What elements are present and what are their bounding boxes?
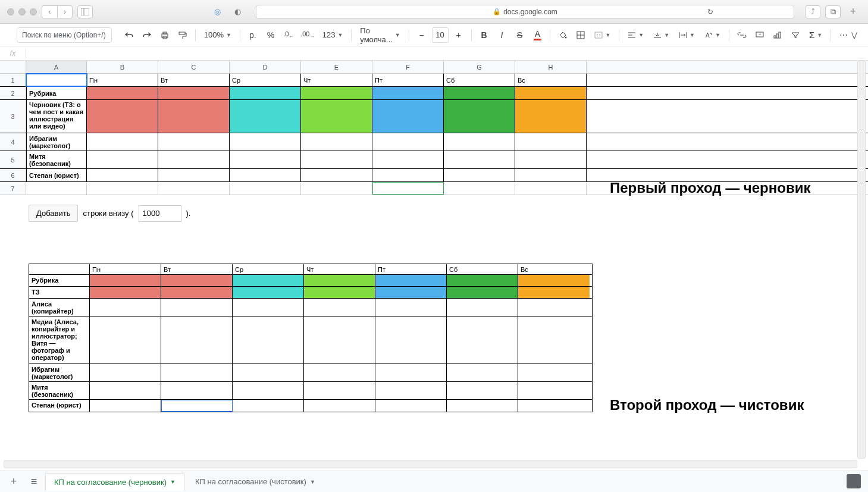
undo-button[interactable] <box>121 27 137 43</box>
row-header[interactable]: 6 <box>0 169 26 181</box>
h-align-button[interactable]: ▼ <box>624 27 647 43</box>
cell[interactable] <box>301 87 372 99</box>
chevron-down-icon[interactable]: ▼ <box>170 479 176 485</box>
cell[interactable] <box>518 275 590 286</box>
font-size-increase[interactable]: + <box>451 27 466 43</box>
cell[interactable] <box>26 182 87 195</box>
row-header[interactable]: 1 <box>0 74 26 86</box>
cell[interactable] <box>375 275 447 286</box>
strikethrough-button[interactable]: S <box>512 27 527 43</box>
minimize-window-icon[interactable] <box>18 8 26 15</box>
cell[interactable] <box>158 100 230 133</box>
cell[interactable]: Пт <box>375 264 447 274</box>
cell[interactable] <box>515 151 587 168</box>
cell[interactable] <box>447 275 518 286</box>
cell[interactable] <box>230 100 301 133</box>
cell[interactable] <box>372 169 444 181</box>
explore-button[interactable] <box>847 474 861 488</box>
col-header-B[interactable]: B <box>87 61 158 73</box>
currency-button[interactable]: р. <box>245 27 261 43</box>
col-header-C[interactable]: C <box>158 61 230 73</box>
chart-button[interactable] <box>770 27 785 43</box>
font-size-input[interactable]: 10 <box>432 27 449 43</box>
more-button[interactable]: ⋯ <box>836 27 851 43</box>
cell-A1[interactable] <box>26 74 87 86</box>
cell[interactable] <box>304 299 375 316</box>
cell[interactable] <box>301 151 372 168</box>
cell[interactable] <box>233 364 304 381</box>
font-size-decrease[interactable]: − <box>414 27 430 43</box>
cell[interactable] <box>87 151 158 168</box>
cell[interactable]: Алиса (копирайтер) <box>29 299 90 316</box>
cell[interactable] <box>90 275 161 286</box>
cell[interactable] <box>304 382 375 399</box>
cell[interactable] <box>233 275 304 286</box>
cell[interactable]: Степан (юрист) <box>26 169 87 181</box>
row-header[interactable]: 5 <box>0 151 26 168</box>
menu-search-input[interactable]: Поиск по меню (Option+/) <box>17 27 112 43</box>
cell[interactable] <box>233 299 304 316</box>
cell[interactable] <box>230 151 301 168</box>
forward-button[interactable]: › <box>57 5 73 18</box>
cell[interactable] <box>161 287 233 298</box>
col-header-G[interactable]: G <box>444 61 515 73</box>
url-bar[interactable]: 🔒 docs.google.com ↻ <box>256 5 794 19</box>
cell[interactable] <box>87 87 158 99</box>
font-select[interactable]: По умолча...▼ <box>356 27 403 43</box>
add-sheet-button[interactable]: + <box>5 473 23 491</box>
cell[interactable] <box>515 169 587 181</box>
cell[interactable] <box>444 133 515 151</box>
cell[interactable]: Черновик (ТЗ: о чем пост и какая иллюстр… <box>26 100 87 133</box>
privacy-icon[interactable]: ◎ <box>209 5 225 18</box>
filter-button[interactable] <box>788 27 803 43</box>
percent-button[interactable]: % <box>263 27 278 43</box>
cell[interactable] <box>447 382 518 399</box>
row-header[interactable]: 2 <box>0 87 26 99</box>
v-align-button[interactable]: ▼ <box>650 27 673 43</box>
cell[interactable] <box>518 299 590 316</box>
all-sheets-button[interactable]: ≡ <box>25 473 43 491</box>
cell[interactable] <box>161 299 233 316</box>
cell[interactable] <box>444 182 515 195</box>
wrap-button[interactable]: ▼ <box>675 27 698 43</box>
sheet-tab-active[interactable]: КП на согласование (черновик) ▼ <box>45 473 184 491</box>
add-rows-button[interactable]: Добавить <box>29 205 78 222</box>
cell[interactable]: Пн <box>87 74 158 86</box>
comment-button[interactable]: + <box>752 27 767 43</box>
cell[interactable]: Пт <box>372 74 444 86</box>
cell[interactable] <box>444 100 515 133</box>
cell[interactable] <box>447 400 518 412</box>
cell[interactable] <box>90 382 161 399</box>
col-header-D[interactable]: D <box>230 61 301 73</box>
cell[interactable] <box>518 400 590 412</box>
cell[interactable] <box>372 133 444 151</box>
cell[interactable] <box>372 87 444 99</box>
cell[interactable] <box>158 182 230 195</box>
cell[interactable] <box>304 275 375 286</box>
cell[interactable] <box>87 169 158 181</box>
bold-button[interactable]: B <box>476 27 491 43</box>
fill-color-button[interactable] <box>555 27 571 43</box>
cell[interactable]: Вт <box>158 74 230 86</box>
cell[interactable] <box>447 316 518 363</box>
reload-icon[interactable]: ↻ <box>707 8 713 16</box>
link-button[interactable] <box>734 27 750 43</box>
horizontal-scrollbar[interactable] <box>4 460 857 468</box>
cell[interactable] <box>518 316 590 363</box>
cell[interactable] <box>301 133 372 151</box>
cell[interactable] <box>375 382 447 399</box>
cell[interactable] <box>161 400 233 412</box>
chevron-down-icon[interactable]: ▼ <box>310 479 315 485</box>
cell[interactable] <box>304 287 375 298</box>
cell[interactable] <box>444 87 515 99</box>
cell[interactable] <box>158 169 230 181</box>
cell[interactable] <box>372 182 444 195</box>
cell[interactable]: Вт <box>161 264 233 274</box>
functions-button[interactable]: Σ▼ <box>806 27 826 43</box>
cell[interactable] <box>515 100 587 133</box>
cell[interactable] <box>518 382 590 399</box>
cell[interactable] <box>304 364 375 381</box>
tabs-button[interactable]: ⧉ <box>825 5 841 18</box>
col-header-F[interactable]: F <box>372 61 444 73</box>
cell[interactable] <box>375 316 447 363</box>
